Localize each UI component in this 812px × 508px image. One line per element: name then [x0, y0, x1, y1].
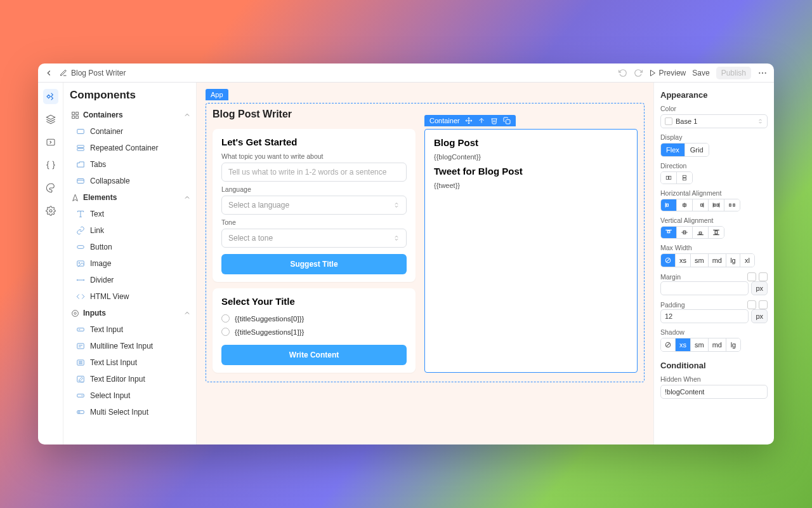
- component-divider[interactable]: Divider: [70, 272, 192, 288]
- halign-end[interactable]: [693, 199, 709, 211]
- component-container[interactable]: Container: [70, 123, 192, 140]
- margin-unit[interactable]: px: [751, 281, 768, 295]
- direction-row[interactable]: [661, 172, 677, 184]
- component-tabs[interactable]: Tabs: [70, 156, 192, 173]
- maxw-none[interactable]: [661, 254, 676, 267]
- rail-braces-icon[interactable]: [43, 157, 58, 173]
- valign-end[interactable]: [693, 227, 709, 238]
- maxw-md[interactable]: md: [709, 254, 726, 267]
- direction-column[interactable]: [677, 172, 692, 184]
- maxw-lg[interactable]: lg: [726, 254, 740, 267]
- component-text-editor-input[interactable]: Text Editor Input: [70, 371, 192, 387]
- shadow-xs[interactable]: xs: [676, 338, 691, 351]
- component-collapsable[interactable]: Collapsable: [70, 173, 192, 189]
- group-inputs[interactable]: Inputs: [70, 305, 192, 321]
- tone-select[interactable]: Select a tone: [221, 229, 407, 248]
- margin-expand-single[interactable]: [747, 272, 756, 281]
- hidden-when-input[interactable]: !blogContent: [660, 385, 768, 399]
- svg-rect-39: [79, 411, 80, 413]
- component-repeated-container[interactable]: Repeated Container: [70, 140, 192, 156]
- svg-rect-36: [77, 376, 84, 382]
- trash-icon[interactable]: [490, 117, 498, 124]
- halign-between[interactable]: [709, 199, 724, 211]
- rail-layers-icon[interactable]: [43, 112, 58, 127]
- svg-rect-47: [683, 178, 686, 180]
- title-option-1[interactable]: {{titleSuggestions[1]}}: [221, 325, 407, 338]
- component-text-list-input[interactable]: Text List Input: [70, 354, 192, 371]
- group-elements[interactable]: Elements: [70, 189, 192, 206]
- publish-button: Publish: [716, 67, 751, 79]
- direction-toggle[interactable]: [660, 171, 693, 184]
- valign-stretch[interactable]: [709, 227, 724, 238]
- display-toggle[interactable]: Flex Grid: [660, 143, 709, 157]
- app-frame[interactable]: Blog Post Writer Let's Get Started What …: [206, 103, 645, 382]
- rail-settings-icon[interactable]: [43, 203, 58, 218]
- copy-icon[interactable]: [503, 117, 511, 124]
- maxw-sm[interactable]: sm: [691, 254, 709, 267]
- topic-input[interactable]: Tell us what to write in 1-2 words or a …: [221, 163, 407, 182]
- svg-rect-65: [699, 232, 702, 234]
- valign-start[interactable]: [661, 227, 677, 238]
- maxw-xl[interactable]: xl: [740, 254, 754, 267]
- shadow-lg[interactable]: lg: [726, 338, 740, 351]
- maxw-xs[interactable]: xs: [676, 254, 691, 267]
- arrow-up-icon[interactable]: [478, 117, 485, 124]
- title-option-0[interactable]: {{titleSuggestions[0]}}: [221, 312, 407, 325]
- language-select[interactable]: Select a language: [221, 196, 407, 215]
- select-title-heading: Select Your Title: [221, 296, 407, 307]
- valign-toggle[interactable]: [660, 226, 724, 239]
- suggest-title-button[interactable]: Suggest Title: [221, 254, 407, 274]
- save-button[interactable]: Save: [692, 69, 709, 77]
- color-label: Color: [660, 105, 768, 112]
- padding-expand-multi[interactable]: [759, 300, 768, 309]
- rail-components-icon[interactable]: [43, 89, 58, 104]
- preview-button[interactable]: Preview: [649, 69, 686, 77]
- language-label: Language: [221, 185, 407, 193]
- component-text[interactable]: Text: [70, 206, 192, 222]
- display-grid[interactable]: Grid: [685, 144, 709, 156]
- margin-input[interactable]: [660, 281, 749, 295]
- rail-panel-icon[interactable]: [43, 135, 58, 150]
- svg-rect-29: [77, 344, 84, 349]
- padding-expand-single[interactable]: [747, 300, 756, 309]
- card-select-title[interactable]: Select Your Title {{titleSuggestions[0]}…: [213, 288, 416, 373]
- valign-center[interactable]: [677, 227, 693, 238]
- svg-line-70: [666, 258, 670, 262]
- maxw-toggle[interactable]: xs sm md lg xl: [660, 253, 755, 267]
- selected-container[interactable]: Blog Post {{blogContent}} Tweet for Blog…: [424, 129, 638, 373]
- component-button[interactable]: Button: [70, 239, 192, 255]
- undo-button[interactable]: [619, 69, 627, 77]
- halign-center[interactable]: [677, 199, 693, 211]
- halign-start[interactable]: [661, 199, 677, 211]
- shadow-none[interactable]: [661, 338, 676, 351]
- display-flex[interactable]: Flex: [661, 144, 685, 156]
- write-content-button[interactable]: Write Content: [221, 345, 407, 365]
- shadow-sm[interactable]: sm: [691, 338, 709, 351]
- halign-around[interactable]: [724, 199, 740, 211]
- component-image[interactable]: Image: [70, 255, 192, 272]
- rail-palette-icon[interactable]: [43, 180, 58, 196]
- component-html-view[interactable]: HTML View: [70, 288, 192, 305]
- component-text-input[interactable]: Text Input: [70, 321, 192, 338]
- component-multiline-input[interactable]: Multiline Text Input: [70, 338, 192, 354]
- back-button[interactable]: [44, 69, 53, 77]
- group-containers[interactable]: Containers: [70, 107, 192, 123]
- component-multi-select-input[interactable]: Multi Select Input: [70, 404, 192, 420]
- halign-toggle[interactable]: [660, 199, 740, 211]
- canvas[interactable]: App Blog Post Writer Let's Get Started W…: [197, 83, 653, 444]
- shadow-md[interactable]: md: [709, 338, 726, 351]
- more-button[interactable]: [757, 68, 768, 78]
- move-icon[interactable]: [465, 117, 473, 124]
- svg-rect-59: [733, 204, 735, 206]
- margin-expand-multi[interactable]: [759, 272, 768, 281]
- component-select-input[interactable]: Select Input: [70, 387, 192, 404]
- padding-input[interactable]: 12: [660, 309, 749, 323]
- appearance-heading: Appearance: [660, 90, 768, 100]
- color-select[interactable]: Base 1: [660, 114, 768, 128]
- padding-unit[interactable]: px: [751, 309, 768, 323]
- card-get-started[interactable]: Let's Get Started What topic you want to…: [213, 129, 416, 282]
- shadow-toggle[interactable]: xs sm md lg: [660, 338, 741, 352]
- redo-button[interactable]: [634, 69, 643, 77]
- app-chip[interactable]: App: [206, 89, 228, 100]
- component-link[interactable]: Link: [70, 222, 192, 239]
